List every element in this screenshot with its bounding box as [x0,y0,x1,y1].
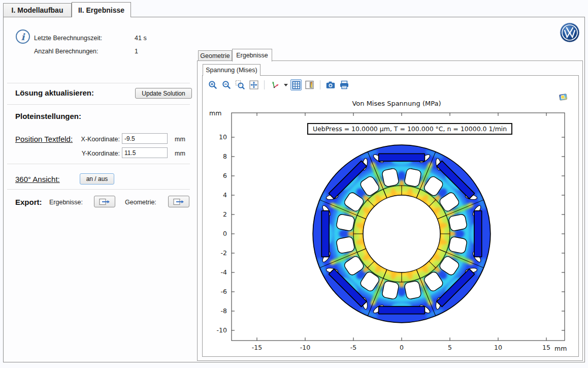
divider [7,83,190,83]
zoom-out-icon[interactable] [221,79,232,90]
export-icon [173,198,184,205]
zoom-extents-icon[interactable] [248,79,259,90]
update-solution-button[interactable]: Update Solution [135,88,192,99]
toggle-360-button[interactable]: an / aus [80,173,114,185]
toolbar-separator [320,80,320,89]
info-icon: i [16,29,30,44]
svg-text:-10: -10 [300,344,310,351]
vw-logo-icon [560,22,580,43]
x-coordinate-input[interactable] [122,133,168,144]
computation-count-label: Anzahl Berechnungen: [34,48,98,55]
svg-text:-10: -10 [217,326,227,334]
divider [7,189,190,190]
svg-text:-8: -8 [221,307,227,315]
toggle-360-label: an / aus [86,175,108,182]
print-icon[interactable] [339,79,350,90]
toolbar-separator [264,80,265,89]
view-360-label: 360° Ansicht: [15,175,60,183]
tab-ergebnisse[interactable]: II. Ergebnisse [72,2,131,17]
graphics-canvas[interactable]: -15-10-5051015-10-8-6-4-20246810 [208,99,579,353]
svg-text:-2: -2 [221,249,227,257]
plot-title: Von Mises Spannung (MPa) [230,100,563,107]
last-computation-value: 41 s [135,35,147,42]
x-axis-unit: mm [554,345,567,352]
tab-gfx-ergebnisse-label: Ergebnisse [236,52,268,59]
svg-text:-4: -4 [221,268,227,276]
divider [7,164,190,164]
last-computation-label: Letzte Berechnungszeit: [34,35,102,42]
zoom-box-icon[interactable] [235,79,246,90]
y-coordinate-label: Y-Koordinate: [76,150,120,157]
computation-count-value: 1 [135,48,138,55]
export-geometry-label: Geometrie: [125,199,156,206]
tab-geometrie-label: Geometrie [200,52,230,59]
color-legend-toggle-icon[interactable] [304,79,315,90]
grid-toggle-icon[interactable] [290,79,302,90]
plot-annotation-box: UebPress = 10.0000 µm, T = 100.000 °C, n… [307,123,512,135]
svg-text:6: 6 [223,172,227,179]
svg-text:-15: -15 [252,344,262,351]
y-coordinate-input[interactable] [122,147,168,158]
svg-text:10: 10 [219,133,227,141]
export-results-button[interactable] [94,196,115,207]
svg-text:0: 0 [400,344,404,351]
snapshot-camera-icon[interactable] [325,79,336,90]
svg-text:2: 2 [223,210,227,218]
svg-text:5: 5 [448,344,452,351]
svg-text:8: 8 [223,152,227,160]
view-orientation-icon[interactable] [269,79,280,90]
y-unit-label: mm [175,150,185,157]
tab-ergebnisse-label: II. Ergebnisse [78,6,124,14]
zoom-in-icon[interactable] [207,79,218,90]
tab-spannung-mises-label: Spannung (Mises) [206,67,257,74]
svg-text:10: 10 [494,344,502,351]
y-axis-unit: mm [209,109,221,117]
x-unit-label: mm [175,136,185,143]
tab-geometrie[interactable]: Geometrie [198,50,232,61]
rotor-cross-section [313,145,491,323]
export-results-label: Ergebnisse: [49,199,83,206]
export-icon [99,198,110,205]
info-glyph: i [21,32,25,42]
textbox-position-label: Position Textfeld: [15,135,73,143]
svg-text:15: 15 [542,344,550,351]
tab-spannung-mises[interactable]: Spannung (Mises) [203,64,260,76]
plot-settings-heading: Ploteinstellungen: [15,112,81,120]
svg-text:0: 0 [223,230,227,237]
x-coordinate-label: X-Koordinate: [76,136,120,143]
tab-modellaufbau[interactable]: I. Modellaufbau [3,3,72,17]
svg-text:4: 4 [223,191,227,199]
svg-text:-6: -6 [221,288,227,295]
export-geometry-button[interactable] [168,196,189,207]
svg-text:-5: -5 [350,344,356,351]
app-window: I. Modellaufbau II. Ergebnisse i Letzte … [0,0,588,368]
tab-modellaufbau-label: I. Modellaufbau [12,6,63,14]
update-solution-label: Update Solution [142,90,185,97]
divider [7,104,190,105]
graphics-toolbar [207,79,350,91]
tab-gfx-ergebnisse[interactable]: Ergebnisse [232,49,272,62]
export-heading: Export: [15,198,42,206]
solution-heading: Lösung aktualisieren: [15,88,94,97]
view-orientation-dropdown-icon[interactable] [284,84,288,86]
